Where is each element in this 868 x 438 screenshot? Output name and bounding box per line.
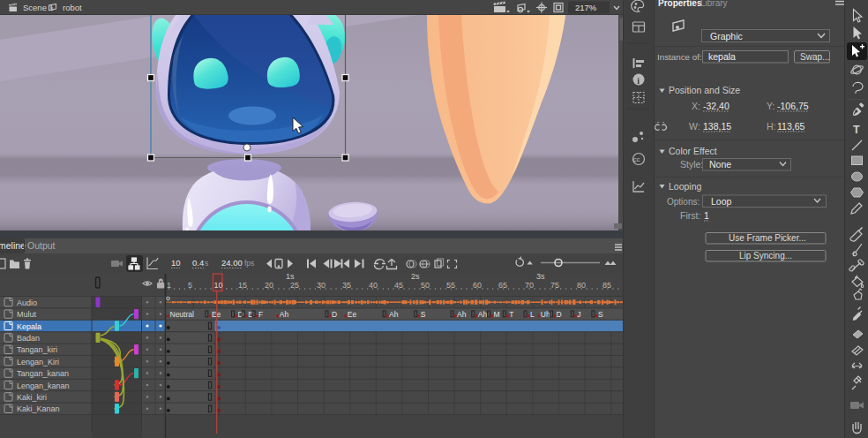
svg-text:None: None (709, 159, 731, 170)
svg-text:D: D (557, 310, 562, 319)
svg-text:Graphic: Graphic (710, 31, 743, 42)
svg-text:Tangan_kiri: Tangan_kiri (17, 345, 57, 354)
svg-text:Uh: Uh (541, 310, 550, 319)
svg-text:10: 10 (214, 281, 223, 290)
svg-text:s: s (205, 259, 208, 268)
svg-text:Audio: Audio (17, 298, 37, 307)
svg-text:1s: 1s (286, 272, 295, 281)
svg-text:J: J (577, 310, 580, 319)
svg-text:Color Effect: Color Effect (669, 146, 717, 156)
svg-text:75: 75 (550, 281, 559, 290)
svg-text:1: 1 (704, 210, 709, 221)
svg-text:Neutral: Neutral (170, 310, 195, 319)
svg-text:cc: cc (633, 155, 640, 163)
svg-text:X:: X: (692, 101, 700, 111)
svg-text:85: 85 (602, 281, 611, 290)
svg-text:Ee: Ee (348, 310, 357, 319)
svg-text:Ah: Ah (478, 310, 488, 319)
svg-text:Mulut: Mulut (17, 310, 37, 319)
svg-text:138,15: 138,15 (703, 121, 731, 132)
svg-text:Library: Library (700, 0, 728, 8)
svg-text:F: F (258, 310, 263, 319)
svg-text:20: 20 (265, 281, 273, 290)
svg-text:meline: meline (0, 240, 26, 251)
svg-text:Position and Size: Position and Size (669, 85, 740, 95)
svg-text:-106,75: -106,75 (777, 101, 809, 111)
svg-text:T: T (509, 310, 513, 319)
svg-text:D: D (332, 310, 337, 319)
svg-text:Lengan_Kiri: Lengan_Kiri (17, 358, 59, 366)
svg-text:Ah: Ah (389, 310, 399, 319)
svg-text:3s: 3s (536, 272, 545, 281)
svg-text:L: L (530, 310, 535, 319)
svg-text:24.00: 24.00 (221, 258, 243, 268)
svg-text:W:: W: (689, 121, 700, 132)
svg-text:fps: fps (244, 259, 254, 268)
svg-text:Ah: Ah (280, 310, 289, 319)
svg-text:Options:: Options: (667, 197, 700, 207)
svg-text:Instance of:: Instance of: (657, 52, 702, 62)
svg-text:Lengan_kanan: Lengan_kanan (17, 381, 70, 390)
svg-text:H:: H: (767, 121, 776, 132)
svg-text:Kepala: Kepala (17, 322, 41, 331)
svg-text:robot: robot (63, 3, 82, 12)
svg-text:i: i (637, 76, 640, 86)
svg-text:Kaki_kiri: Kaki_kiri (17, 393, 47, 402)
svg-text:Properties: Properties (658, 0, 702, 8)
svg-text:Tangan_kanan: Tangan_kanan (17, 369, 69, 378)
svg-text:M: M (494, 310, 500, 319)
svg-text:Loop: Loop (711, 196, 732, 207)
svg-text:S: S (421, 310, 426, 319)
svg-text:Kaki_Kanan: Kaki_Kanan (17, 404, 60, 413)
svg-text:113,65: 113,65 (777, 121, 804, 132)
svg-text:Ah: Ah (457, 310, 467, 319)
svg-text:Swap...: Swap... (800, 52, 829, 62)
svg-text:Badan: Badan (17, 334, 40, 343)
svg-text:Output: Output (27, 240, 56, 251)
svg-text:217%: 217% (575, 3, 597, 12)
svg-text:T: T (853, 124, 860, 136)
svg-text:Style:: Style: (680, 159, 703, 170)
svg-text:30: 30 (317, 281, 326, 290)
svg-text:Y:: Y: (767, 101, 774, 111)
svg-text:2s: 2s (411, 272, 420, 281)
svg-text:-32,40: -32,40 (703, 101, 730, 111)
svg-text:0.4: 0.4 (192, 258, 204, 268)
svg-text:S: S (598, 310, 603, 319)
svg-text:kepala: kepala (708, 51, 736, 62)
svg-text:First:: First: (680, 210, 700, 221)
svg-text:Looping: Looping (669, 181, 702, 192)
svg-text:10: 10 (171, 258, 181, 268)
svg-text:Lip Syncing...: Lip Syncing... (739, 251, 792, 261)
svg-text:Use Frame Picker...: Use Frame Picker... (729, 233, 806, 243)
